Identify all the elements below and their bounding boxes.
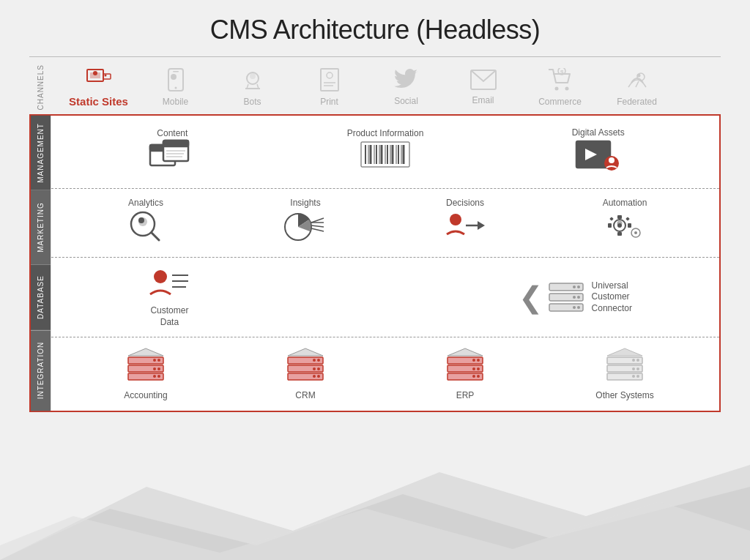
other-systems-label: Other Systems — [595, 390, 653, 402]
social-icon — [394, 69, 419, 94]
marketing-row: Analytics Insights — [51, 189, 719, 258]
mobile-icon — [167, 68, 185, 95]
svg-line-63 — [311, 225, 324, 227]
svg-point-107 — [317, 367, 320, 370]
svg-point-127 — [636, 367, 639, 370]
erp-item: ERP — [385, 347, 545, 402]
social-label: Social — [394, 96, 418, 106]
insights-icon — [283, 209, 327, 245]
svg-point-104 — [317, 359, 320, 362]
svg-point-65 — [450, 214, 461, 225]
channels-label: Channels — [37, 64, 51, 110]
analytics-label: Analytics — [128, 198, 163, 209]
svg-rect-70 — [617, 215, 622, 219]
svg-point-10 — [174, 86, 177, 89]
content-item: Content — [66, 128, 279, 177]
svg-point-128 — [632, 367, 635, 370]
svg-point-110 — [317, 375, 320, 378]
svg-text:$: $ — [560, 69, 564, 75]
svg-point-79 — [154, 270, 167, 283]
ucc-servers-icon — [548, 282, 584, 313]
print-label: Print — [320, 97, 338, 107]
svg-point-108 — [313, 367, 316, 370]
automation-icon — [602, 209, 647, 245]
accounting-item: Accounting — [66, 347, 226, 402]
svg-point-27 — [636, 73, 640, 77]
automation-label: Automation — [603, 198, 647, 209]
channel-static-sites[interactable]: Static Sites — [60, 67, 137, 108]
svg-point-78 — [617, 221, 623, 226]
svg-point-100 — [157, 375, 160, 378]
svg-rect-6 — [103, 74, 111, 79]
arch-sidebar: Management Marketing Database Integratio… — [31, 116, 51, 411]
architecture-box: Management Marketing Database Integratio… — [29, 114, 721, 412]
channel-federated[interactable]: Federated — [598, 68, 675, 107]
sidebar-marketing: Marketing — [31, 190, 51, 265]
customer-data-label: CustomerData — [150, 305, 188, 328]
title-divider — [29, 56, 721, 57]
svg-line-28 — [636, 81, 639, 87]
channel-bots[interactable]: Bots — [214, 68, 291, 107]
ucc-bracket-icon: ❮ — [519, 283, 543, 312]
svg-point-98 — [153, 367, 156, 370]
customer-data-icon — [146, 266, 193, 302]
ucc-label: UniversalCustomerConnector — [592, 280, 632, 315]
svg-rect-71 — [617, 232, 622, 236]
commerce-icon: $ — [548, 68, 573, 95]
arch-content: Content — [51, 116, 719, 411]
svg-line-61 — [311, 218, 324, 223]
svg-point-115 — [472, 359, 475, 362]
product-info-item: Product Information — [279, 128, 492, 177]
svg-point-55 — [609, 157, 615, 163]
content-icon — [149, 139, 196, 173]
email-icon — [470, 70, 497, 94]
svg-rect-32 — [163, 141, 188, 146]
svg-point-23 — [565, 86, 568, 90]
channel-print[interactable]: Print — [291, 68, 368, 107]
svg-rect-75 — [625, 217, 630, 221]
svg-point-120 — [477, 375, 480, 378]
svg-point-85 — [573, 285, 576, 288]
sidebar-database: Database — [31, 265, 51, 330]
svg-point-87 — [577, 296, 580, 299]
svg-point-94 — [157, 359, 160, 362]
channel-email[interactable]: Email — [445, 70, 521, 105]
crm-icon — [285, 347, 326, 387]
svg-point-18 — [327, 72, 333, 78]
print-icon — [319, 68, 341, 95]
insights-label: Insights — [290, 198, 320, 209]
channel-commerce[interactable]: $ Commerce — [521, 68, 598, 107]
mobile-label: Mobile — [163, 97, 188, 107]
svg-point-13 — [250, 73, 256, 79]
svg-point-5 — [93, 71, 97, 75]
static-sites-icon — [86, 67, 112, 94]
analytics-item: Analytics — [66, 198, 226, 248]
svg-point-11 — [171, 74, 177, 80]
barcode-icon — [360, 139, 411, 173]
svg-point-22 — [554, 86, 558, 90]
svg-rect-73 — [628, 223, 631, 228]
svg-point-58 — [138, 217, 144, 223]
bots-label: Bots — [243, 97, 261, 107]
erp-label: ERP — [456, 390, 475, 402]
svg-point-125 — [632, 359, 635, 362]
svg-point-88 — [573, 296, 576, 299]
channel-mobile[interactable]: Mobile — [137, 68, 214, 107]
database-row: CustomerData ❮ — [51, 258, 719, 337]
svg-marker-67 — [478, 221, 485, 230]
accounting-label: Accounting — [124, 390, 167, 402]
accounting-icon — [125, 347, 166, 387]
svg-point-124 — [636, 359, 639, 362]
svg-point-117 — [477, 367, 480, 370]
decisions-item: Decisions — [385, 198, 545, 248]
svg-rect-9 — [173, 71, 179, 72]
content-label: Content — [157, 128, 188, 140]
svg-marker-92 — [128, 348, 163, 356]
analytics-icon — [127, 209, 165, 245]
other-systems-icon — [604, 347, 645, 387]
sidebar-integration: Integration — [31, 330, 51, 411]
email-label: Email — [472, 95, 494, 105]
commerce-label: Commerce — [538, 97, 582, 107]
channel-social[interactable]: Social — [368, 69, 445, 106]
bots-icon — [241, 68, 264, 95]
